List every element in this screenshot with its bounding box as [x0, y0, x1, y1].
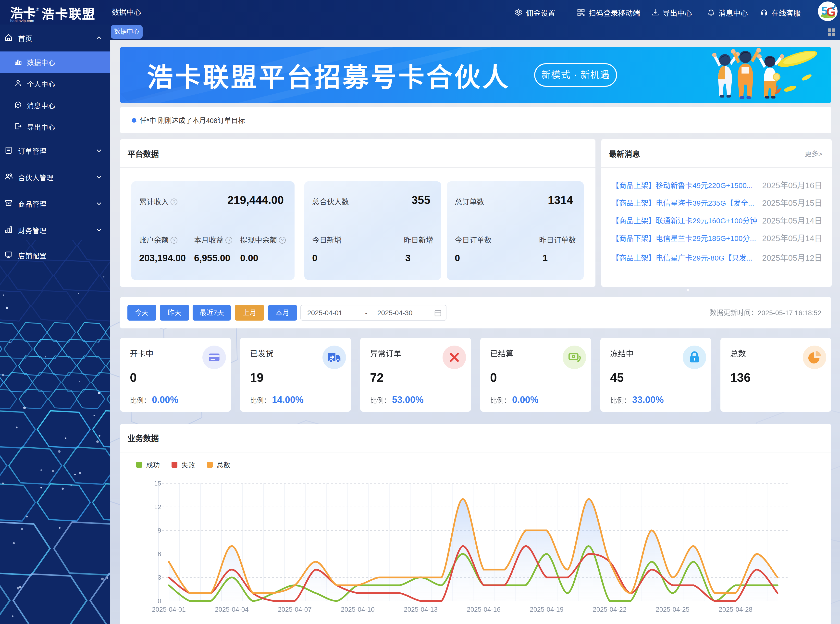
svg-text:2025-04-10: 2025-04-10 [341, 605, 375, 613]
svg-text:2025-04-13: 2025-04-13 [404, 605, 438, 613]
svg-text:2025-04-28: 2025-04-28 [719, 605, 752, 613]
svg-text:9: 9 [158, 527, 161, 534]
svg-text:2025-04-16: 2025-04-16 [467, 605, 500, 613]
svg-text:12: 12 [154, 503, 161, 510]
svg-text:2025-04-19: 2025-04-19 [530, 605, 564, 613]
svg-text:15: 15 [154, 479, 161, 487]
svg-text:2025-04-25: 2025-04-25 [656, 605, 690, 613]
svg-text:2025-04-04: 2025-04-04 [215, 605, 249, 613]
svg-text:0: 0 [158, 597, 161, 604]
svg-text:3: 3 [158, 573, 161, 581]
svg-text:2025-04-01: 2025-04-01 [152, 605, 186, 613]
svg-text:2025-04-07: 2025-04-07 [278, 605, 312, 613]
svg-text:2025-04-22: 2025-04-22 [593, 605, 627, 613]
svg-text:6: 6 [158, 550, 161, 558]
